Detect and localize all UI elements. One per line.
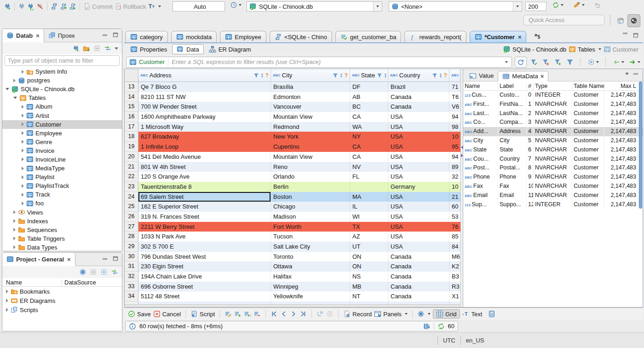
tab-metadata[interactable]: MetaData ×: [498, 71, 548, 81]
editor-tab-get-customer-ba[interactable]: get_customer_ba: [335, 31, 401, 42]
metadata-column-header-max-l[interactable]: Max L: [604, 83, 638, 89]
apply-filter-button[interactable]: [529, 58, 539, 66]
subtab-er-diagram[interactable]: ER Diagram: [205, 44, 255, 54]
history-forward-button[interactable]: [628, 58, 641, 66]
grid-cell[interactable]: T6: [449, 92, 460, 102]
grid-cell[interactable]: 696 Osborne Street: [138, 282, 271, 292]
editor-tab-mockdata[interactable]: mockdata: [171, 31, 217, 42]
grid-cell[interactable]: Tucson: [271, 232, 350, 242]
grid-cell[interactable]: Canada: [388, 102, 449, 112]
close-icon[interactable]: ×: [36, 32, 40, 39]
grid-cell[interactable]: Tauentzienstraße 8: [138, 182, 271, 192]
auto-refresh-button[interactable]: [586, 58, 600, 66]
grid-cell[interactable]: WA: [350, 122, 388, 132]
grid-cell[interactable]: 84: [449, 242, 460, 252]
history-back-button[interactable]: [612, 58, 625, 66]
filter-funnel-icon[interactable]: [432, 73, 437, 78]
grid-cell[interactable]: 85: [449, 232, 460, 242]
calculate-button[interactable]: [488, 310, 495, 318]
commit-button[interactable]: Commit: [82, 2, 114, 11]
commit-mode-select[interactable]: Auto: [172, 1, 225, 12]
row-number-cell[interactable]: 13: [125, 82, 138, 92]
row-number-cell[interactable]: 27: [125, 222, 138, 232]
chevron-expanded-icon[interactable]: [6, 88, 9, 90]
grid-cell[interactable]: 94: [449, 112, 460, 122]
grid-cell[interactable]: Brazil: [388, 82, 449, 92]
next-row-button[interactable]: [290, 310, 297, 318]
chevron-collapsed-icon[interactable]: [6, 290, 8, 293]
grid-cell[interactable]: USA: [388, 122, 449, 132]
sync-connection-button[interactable]: [552, 1, 564, 9]
column-header-postalcode[interactable]: ABC: [449, 69, 460, 82]
tree-item-album[interactable]: Album: [2, 102, 122, 111]
row-number-cell[interactable]: 15: [125, 102, 138, 112]
chevron-collapsed-icon[interactable]: [22, 202, 24, 205]
grid-cell[interactable]: Canada: [388, 282, 449, 292]
sort-icon[interactable]: [339, 73, 344, 78]
chevron-collapsed-icon[interactable]: [6, 299, 8, 302]
metadata-row-compa[interactable]: ABCCo...Compa...3NVARCHARCustomer2,147,4…: [463, 118, 643, 127]
grid-cell[interactable]: Orlando: [271, 172, 350, 182]
chevron-collapsed-icon[interactable]: [22, 175, 24, 179]
text-mode-button[interactable]: ‹TText: [462, 310, 483, 318]
close-icon[interactable]: ×: [518, 34, 522, 41]
grid-cell[interactable]: AZ: [350, 232, 388, 242]
maximize-icon[interactable]: [113, 32, 118, 38]
link-editor-icon[interactable]: [104, 45, 111, 52]
grid-cell[interactable]: 230 Elgin Street: [138, 261, 271, 272]
tree-item-playlisttrack[interactable]: PlaylistTrack: [2, 181, 122, 190]
filter-funnel-icon[interactable]: [377, 73, 382, 78]
tree-item-artist[interactable]: Artist: [2, 111, 122, 120]
grid-cell[interactable]: Qe 7 Bloco G: [138, 82, 271, 92]
grid-cell[interactable]: Vancouver: [271, 102, 350, 112]
new-connection-button[interactable]: [3, 2, 12, 11]
grid-cell[interactable]: 5112 48 Street: [138, 291, 271, 302]
row-number-cell[interactable]: 18: [125, 132, 138, 142]
grid-cell[interactable]: BC: [350, 102, 388, 112]
grid-cell[interactable]: CA: [350, 142, 388, 152]
grid-cell[interactable]: 21: [449, 192, 460, 202]
grid-cell[interactable]: Madison: [271, 212, 350, 222]
tree-item-genre[interactable]: Genre: [2, 138, 122, 146]
fetch-all-rows-button[interactable]: [326, 310, 334, 318]
tab-projects[interactable]: Проек: [44, 29, 79, 42]
sql-editor-button[interactable]: [50, 2, 59, 11]
chevron-collapsed-icon[interactable]: [22, 70, 24, 74]
metadata-row-address[interactable]: ABCAdd...Address4NVARCHARCustomer2,147,4…: [463, 127, 643, 136]
metadata-row-state[interactable]: ABCStateState6NVARCHARCustomer2,147,483: [463, 145, 643, 155]
grid-cell[interactable]: Chicago: [271, 202, 350, 212]
reconnect-button[interactable]: [26, 2, 35, 11]
metadata-column-header-item[interactable]: #: [527, 83, 534, 89]
chevron-collapsed-icon[interactable]: [22, 193, 24, 197]
vertical-scrollbar[interactable]: [639, 81, 642, 209]
rollback-button[interactable]: Rollback: [114, 2, 147, 11]
delete-row-button[interactable]: [253, 310, 261, 318]
grid-corner-cell[interactable]: [125, 69, 138, 82]
metadata-row-postal[interactable]: ABCPost...Postal...8NVARCHARCustomer2,14…: [463, 163, 643, 173]
grid-cell[interactable]: 53: [449, 212, 460, 222]
grid-mode-button[interactable]: Grid: [433, 309, 460, 319]
collapse-all-icon[interactable]: [93, 45, 101, 52]
cancel-button[interactable]: Cancel: [153, 310, 181, 318]
editor-tab-employee[interactable]: Employee: [220, 31, 266, 42]
grid-cell[interactable]: 801 W 4th Street: [138, 162, 271, 172]
grid-cell[interactable]: Canada: [388, 92, 449, 102]
tree-item-system-info[interactable]: iSystem Info: [2, 67, 122, 76]
grid-cell[interactable]: DF: [350, 82, 388, 92]
grid-cell[interactable]: 120 S Orange Ave: [138, 172, 271, 182]
grid-cell[interactable]: Boston: [271, 192, 350, 202]
grid-cell[interactable]: USA: [388, 202, 449, 212]
row-number-cell[interactable]: 16: [125, 112, 138, 122]
duplicate-row-button[interactable]: [244, 310, 251, 318]
column-info-icon[interactable]: ?: [265, 72, 269, 79]
row-number-cell[interactable]: 19: [125, 142, 138, 152]
grid-cell[interactable]: 1033 N Park Ave: [138, 232, 271, 242]
row-number-cell[interactable]: 34: [125, 291, 138, 302]
subtab-properties[interactable]: Properties: [126, 44, 171, 54]
column-info-icon[interactable]: ?: [444, 72, 447, 79]
grid-cell[interactable]: 700 W Pender Street: [138, 102, 271, 112]
locale-label[interactable]: en_US: [466, 337, 484, 344]
tree-item-invoiceline[interactable]: InvoiceLine: [2, 155, 122, 164]
grid-cell[interactable]: ON: [350, 252, 388, 262]
fetch-next-page-button[interactable]: [316, 310, 324, 318]
